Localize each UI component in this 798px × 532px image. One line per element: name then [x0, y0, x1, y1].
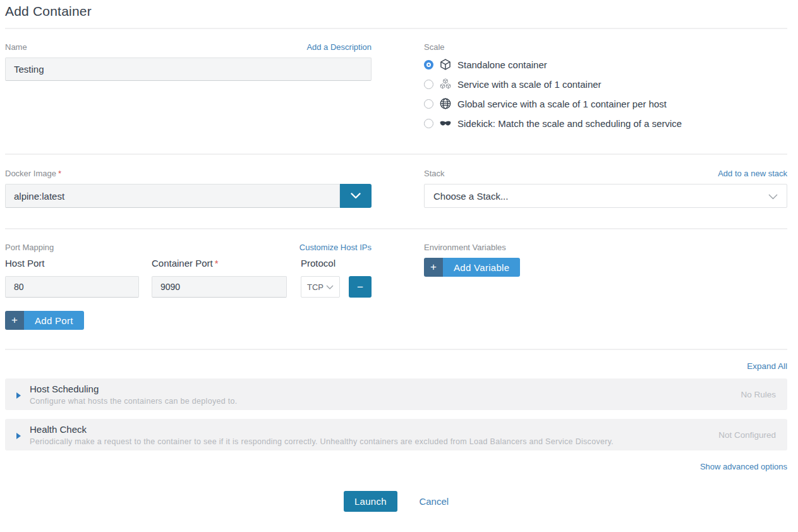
chevron-down-icon [768, 191, 778, 202]
accordion-title: Host Scheduling [30, 384, 728, 394]
required-asterisk: * [58, 169, 61, 178]
required-asterisk: * [215, 258, 219, 269]
cancel-link[interactable]: Cancel [419, 496, 449, 507]
radio-button[interactable] [424, 60, 433, 70]
page-title: Add Container [5, 0, 787, 28]
minus-icon: − [357, 282, 363, 293]
stack-label: Stack [424, 169, 445, 178]
docker-image-input[interactable] [5, 184, 340, 208]
expand-all-link[interactable]: Expand All [747, 361, 787, 371]
stack-select-value: Choose a Stack... [433, 191, 508, 202]
host-scheduling-accordion[interactable]: Host Scheduling Configure what hosts the… [5, 378, 787, 410]
status-badge: No Rules [741, 390, 776, 399]
protocol-label: Protocol [301, 258, 372, 269]
name-input[interactable] [5, 57, 372, 81]
add-new-stack-link[interactable]: Add to a new stack [718, 169, 787, 178]
add-port-label: Add Port [24, 311, 84, 330]
launch-button[interactable]: Launch [344, 491, 397, 512]
health-check-accordion[interactable]: Health Check Periodically make a request… [5, 419, 787, 450]
accordion-description: Periodically make a request to the conta… [30, 437, 706, 446]
scale-option-standalone[interactable]: Standalone container [424, 57, 787, 71]
service-cubes-icon [439, 78, 452, 90]
status-badge: Not Configured [718, 430, 776, 440]
scale-option-global[interactable]: Global service with a scale of 1 contain… [424, 97, 787, 111]
protocol-select-value: TCP [307, 282, 323, 292]
environment-variables-label: Environment Variables [424, 243, 506, 252]
port-mapping-label: Port Mapping [5, 243, 54, 252]
image-stack-section: Docker Image* Stack Add to a new stack C… [5, 155, 787, 228]
name-label: Name [5, 42, 27, 52]
scale-label: Scale [424, 42, 445, 52]
host-port-label: Host Port [5, 258, 139, 269]
show-advanced-row: Show advanced options [5, 459, 787, 482]
scale-option-sidekick[interactable]: Sidekick: Match the scale and scheduling… [424, 116, 787, 130]
scale-option-label: Service with a scale of 1 container [457, 79, 602, 90]
host-port-input[interactable] [5, 276, 139, 298]
name-scale-section: Name Add a Description Scale Standalone … [5, 29, 787, 154]
ports-env-section: Port Mapping Customize Host IPs Host Por… [5, 229, 787, 349]
mask-icon [439, 117, 452, 130]
scale-option-label: Sidekick: Match the scale and scheduling… [457, 118, 682, 129]
radio-button[interactable] [424, 80, 433, 89]
docker-image-label: Docker Image* [5, 169, 61, 178]
scale-option-label: Global service with a scale of 1 contain… [457, 99, 667, 109]
protocol-select[interactable]: TCP [301, 276, 340, 298]
add-container-form: Add Container Name Add a Description Sca… [0, 0, 798, 512]
chevron-down-icon [351, 191, 361, 201]
footer-actions: Launch Cancel [5, 482, 787, 512]
accordion-description: Configure what hosts the containers can … [30, 397, 728, 406]
scale-option-label: Standalone container [457, 59, 547, 70]
image-dropdown-button[interactable] [340, 184, 372, 208]
add-description-link[interactable]: Add a Description [306, 42, 372, 52]
remove-port-button[interactable]: − [349, 276, 372, 298]
show-advanced-options-link[interactable]: Show advanced options [700, 462, 787, 471]
stack-select[interactable]: Choose a Stack... [424, 184, 787, 208]
scale-option-service[interactable]: Service with a scale of 1 container [424, 77, 787, 91]
customize-host-ips-link[interactable]: Customize Host IPs [299, 243, 372, 252]
radio-button[interactable] [424, 119, 433, 128]
globe-icon [439, 97, 452, 110]
container-port-label: Container Port* [152, 258, 287, 269]
plus-icon: + [424, 258, 443, 277]
cube-icon [439, 58, 452, 71]
chevron-down-icon [326, 282, 334, 292]
expand-all-row: Expand All [5, 350, 787, 378]
container-port-input[interactable] [152, 276, 287, 298]
caret-right-icon [16, 433, 21, 439]
radio-button[interactable] [424, 99, 433, 109]
caret-right-icon [16, 392, 21, 399]
add-variable-label: Add Variable [443, 258, 520, 277]
accordion-title: Health Check [30, 424, 706, 435]
add-port-button[interactable]: + Add Port [5, 311, 84, 330]
add-variable-button[interactable]: + Add Variable [424, 258, 520, 277]
plus-icon: + [5, 311, 24, 330]
